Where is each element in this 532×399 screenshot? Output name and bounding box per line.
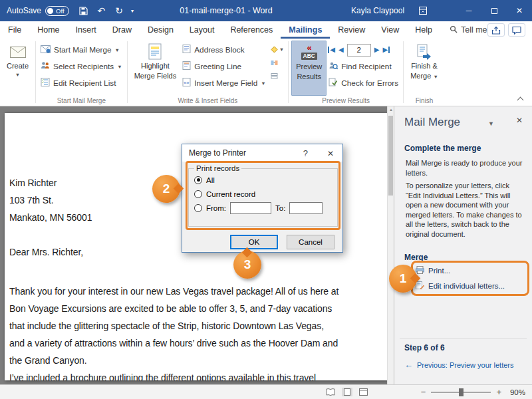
document-line: Bon Voyage Excursions are excited to be …: [9, 300, 382, 317]
task-pane-menu-icon[interactable]: ▼: [488, 120, 494, 127]
record-number-input[interactable]: [347, 44, 371, 57]
address-block-icon: [182, 45, 191, 55]
start-mail-merge-button[interactable]: Start Mail Merge ▼: [39, 43, 124, 57]
tab-view[interactable]: View: [373, 21, 407, 39]
document-blank-line: [9, 261, 382, 278]
autosave-toggle[interactable]: AutoSave Off: [7, 6, 69, 16]
previous-record-icon[interactable]: ◀: [338, 47, 344, 53]
edit-recipient-list-icon: [41, 78, 50, 88]
comment-icon[interactable]: [508, 23, 525, 37]
minimize-button[interactable]: ─: [456, 0, 481, 21]
group-label-write-insert-fields: Write & Insert Fields: [128, 97, 289, 104]
document-line: the Grand Canyon.: [9, 352, 382, 369]
finish-merge-icon: [417, 43, 432, 61]
check-for-errors-button[interactable]: Check for Errors: [327, 76, 400, 90]
annotation-step-3: 3: [233, 251, 261, 279]
tab-insert[interactable]: Insert: [68, 21, 104, 39]
ribbon-group-create: Create ▼: [0, 39, 35, 106]
maximize-button[interactable]: [481, 0, 507, 21]
zoom-out-icon[interactable]: −: [421, 388, 426, 396]
svg-text:«»: «»: [184, 80, 189, 86]
preview-results-button[interactable]: « ABC Preview Results: [291, 41, 327, 96]
preview-arrows-icon: «: [307, 43, 311, 52]
dialog-title: Merge to Printer: [189, 148, 246, 158]
share-icon[interactable]: [487, 23, 505, 37]
select-recipients-button[interactable]: Select Recipients ▼: [39, 59, 124, 74]
tab-review[interactable]: Review: [330, 21, 373, 39]
merge-to-printer-dialog: Merge to Printer ? ✕ Print records All C…: [182, 144, 343, 253]
tab-layout[interactable]: Layout: [182, 21, 223, 39]
autosave-pill[interactable]: Off: [45, 6, 69, 16]
window-controls: ─ ✕: [456, 0, 532, 21]
scrollbar-thumb[interactable]: [388, 116, 393, 196]
create-button[interactable]: Create ▼: [3, 41, 33, 96]
zoom-level[interactable]: 90%: [507, 388, 525, 396]
insert-merge-field-button[interactable]: «» Insert Merge Field ▼: [180, 76, 268, 90]
highlight-merge-fields-button[interactable]: Highlight Merge Fields: [130, 41, 181, 96]
restore-icon: [491, 8, 497, 14]
ribbon-display-options-icon[interactable]: [419, 7, 427, 17]
edit-recipient-list-button[interactable]: Edit Recipient List: [39, 76, 124, 90]
ok-button[interactable]: OK: [230, 235, 278, 249]
tab-draw[interactable]: Draw: [104, 21, 140, 39]
zoom-slider-thumb[interactable]: [459, 388, 464, 396]
find-recipient-button[interactable]: Find Recipient: [327, 59, 400, 74]
tab-home[interactable]: Home: [29, 21, 67, 39]
collapse-ribbon-icon[interactable]: [517, 96, 524, 102]
match-fields-button[interactable]: [271, 58, 284, 67]
highlight-merge-fields-icon: [147, 43, 163, 61]
autosave-knob: [47, 8, 53, 14]
tab-help[interactable]: Help: [407, 21, 440, 39]
task-pane-title: Mail Merge: [404, 116, 460, 129]
dialog-help-icon[interactable]: ?: [303, 148, 308, 158]
previous-step-label: Previous: Preview your letters: [417, 361, 514, 369]
redo-icon[interactable]: ↻: [115, 6, 123, 15]
greeting-line-button[interactable]: Greeting Line: [180, 59, 268, 74]
update-labels-button[interactable]: [271, 71, 284, 80]
pane-paragraph-1: Mail Merge is ready to produce your lett…: [406, 158, 523, 178]
autosave-label: AutoSave: [7, 6, 41, 15]
task-pane-close-icon[interactable]: ✕: [516, 116, 523, 125]
read-mode-icon[interactable]: [325, 388, 336, 396]
annotation-number: 1: [400, 271, 407, 286]
scroll-up-icon[interactable]: ▲: [389, 108, 393, 112]
zoom-controls: − + 90%: [421, 388, 532, 396]
user-name[interactable]: Kayla Claypool: [351, 6, 404, 15]
dialog-title-bar[interactable]: Merge to Printer ? ✕: [182, 144, 342, 162]
cancel-button[interactable]: Cancel: [287, 235, 334, 249]
dialog-close-icon[interactable]: ✕: [327, 149, 334, 158]
annotation-highlight-merge-links: [411, 261, 529, 296]
document-line: I’ve included a brochure outlining the d…: [9, 369, 382, 380]
chevron-down-icon: ▼: [261, 80, 265, 86]
address-block-button[interactable]: Address Block: [180, 43, 268, 57]
close-button[interactable]: ✕: [507, 0, 532, 21]
print-layout-icon[interactable]: [342, 388, 352, 396]
tab-mailings[interactable]: Mailings: [281, 21, 330, 39]
first-record-icon[interactable]: ◀: [328, 47, 335, 53]
status-bar: − + 90%: [0, 384, 532, 399]
web-layout-icon[interactable]: [358, 388, 369, 396]
undo-icon[interactable]: ↶: [98, 6, 106, 15]
tab-references[interactable]: References: [222, 21, 281, 39]
address-block-label: Address Block: [194, 45, 244, 55]
vertical-scrollbar[interactable]: ▲: [387, 106, 394, 384]
tell-me-box[interactable]: Tell me: [450, 21, 487, 39]
tab-file[interactable]: File: [0, 21, 29, 39]
zoom-slider[interactable]: [431, 392, 491, 393]
pane-divider: [400, 338, 527, 338]
next-record-icon[interactable]: ▶: [374, 47, 380, 53]
view-mode-buttons: [325, 388, 369, 396]
record-navigation: ◀ ◀ ▶ ▶: [327, 43, 400, 57]
find-recipient-label: Find Recipient: [341, 62, 391, 71]
annotation-number: 3: [244, 257, 251, 272]
last-record-icon[interactable]: ▶: [382, 47, 390, 53]
save-icon[interactable]: [79, 7, 88, 15]
mail-merge-task-pane: Mail Merge ▼ ✕ Complete the merge Mail M…: [394, 106, 532, 384]
document-line: and a variety of attractions within a fe…: [9, 334, 382, 352]
document-line: that include the glittering spectacle of…: [9, 317, 382, 334]
rules-button[interactable]: ▼: [271, 45, 284, 54]
tab-design[interactable]: Design: [140, 21, 182, 39]
previous-step-link[interactable]: ← Previous: Preview your letters: [404, 360, 514, 369]
zoom-in-icon[interactable]: +: [496, 388, 501, 396]
finish-merge-button[interactable]: Finish & Merge ▼: [406, 41, 442, 96]
